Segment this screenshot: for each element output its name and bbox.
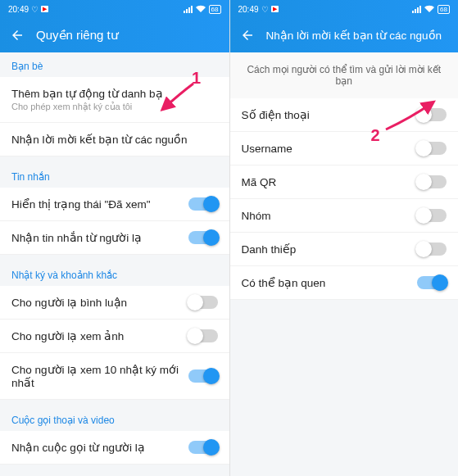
battery-icon: 68 [438,5,450,14]
row-stranger-call[interactable]: Nhận cuộc gọi từ người lạ [0,431,229,465]
row-title: Username [242,143,410,155]
row-stranger-photo[interactable]: Cho người lạ xem ảnh [0,320,229,353]
wifi-icon [424,5,434,14]
row-title: Cho người lạ bình luận [11,296,180,309]
toggle-stranger-comment[interactable] [188,296,218,309]
toggle-card[interactable] [417,243,447,256]
row-title: Mã QR [242,176,410,188]
status-time: 20:49 [8,5,29,14]
row-maybe-know[interactable]: Có thể bạn quen [230,266,459,300]
row-username[interactable]: Username [230,132,459,165]
row-title: Nhận tin nhắn từ người lạ [11,231,180,244]
section-call-label: Cuộc gọi thoại và video [0,406,229,431]
hint-text: Cách mọi người có thể tìm và gửi lời mời… [230,52,459,98]
back-button[interactable] [10,28,25,43]
row-qr[interactable]: Mã QR [230,165,459,199]
back-button[interactable] [240,28,255,43]
page-title: Quyền riêng tư [36,28,119,43]
callout-2: 2 [371,126,380,145]
toggle-seen[interactable] [188,197,218,211]
callout-1: 1 [192,69,201,88]
youtube-icon: ▶ [41,6,48,12]
row-title: Cho người lạ xem 10 nhật ký mới nhất [11,363,180,389]
content-left: Bạn bè Thêm bạn tự động từ danh bạ Cho p… [0,52,229,476]
toggle-qr[interactable] [417,175,447,188]
row-stranger-messages[interactable]: Nhận tin nhắn từ người lạ [0,221,229,255]
row-card[interactable]: Danh thiếp [230,233,459,266]
statusbar: 20:49 ♡ ▶ 68 [0,0,229,18]
row-friend-invite-sources[interactable]: Nhận lời mời kết bạn từ các nguồn [0,123,229,156]
battery-icon: 68 [209,5,221,14]
section-messages-label: Tin nhắn [0,163,229,188]
section-timeline-label: Nhật ký và khoảnh khắc [0,261,229,286]
row-title: Có thể bạn quen [242,276,410,289]
youtube-icon: ▶ [271,6,279,12]
toggle-maybe-know[interactable] [417,276,447,289]
row-show-seen[interactable]: Hiển thị trạng thái "Đã xem" [0,188,229,221]
heart-icon: ♡ [261,5,269,14]
wifi-icon [196,5,206,14]
toggle-username[interactable] [417,142,447,155]
row-group[interactable]: Nhóm [230,199,459,233]
row-title: Danh thiếp [242,243,410,256]
section-profile-label: Thông tin cá nhân [0,471,229,476]
row-stranger-comment[interactable]: Cho người lạ bình luận [0,286,229,320]
row-title: Nhận cuộc gọi từ người lạ [11,441,180,454]
status-time: 20:49 [238,5,259,14]
row-title: Nhận lời mời kết bạn từ các nguồn [11,133,218,146]
signal-icon [184,6,193,13]
screen-invite-sources: 20:49 ♡ ▶ 68 Nhận lời mời kết bạn từ các… [229,0,459,476]
arrow-2-icon [383,98,437,133]
row-stranger-recent[interactable]: Cho người lạ xem 10 nhật ký mới nhất [0,353,229,400]
row-title: Hiển thị trạng thái "Đã xem" [11,197,180,211]
heart-icon: ♡ [31,5,39,14]
toggle-stranger-call[interactable] [188,441,218,454]
row-title: Cho người lạ xem ảnh [11,329,180,342]
header: Nhận lời mời kết bạn từ các nguồn [230,18,459,52]
arrow-1-icon [157,80,197,113]
header: Quyền riêng tư [0,18,229,52]
signal-icon [412,6,421,13]
row-title: Nhóm [242,210,410,222]
toggle-stranger-msg[interactable] [188,231,218,244]
statusbar: 20:49 ♡ ▶ 68 [230,0,459,18]
page-title: Nhận lời mời kết bạn từ các nguồn [266,29,442,42]
screen-privacy: 20:49 ♡ ▶ 68 Quyền riêng tư Bạn bè Thêm … [0,0,229,476]
toggle-group[interactable] [417,209,447,222]
toggle-stranger-recent[interactable] [188,369,218,383]
toggle-stranger-photo[interactable] [188,329,218,342]
